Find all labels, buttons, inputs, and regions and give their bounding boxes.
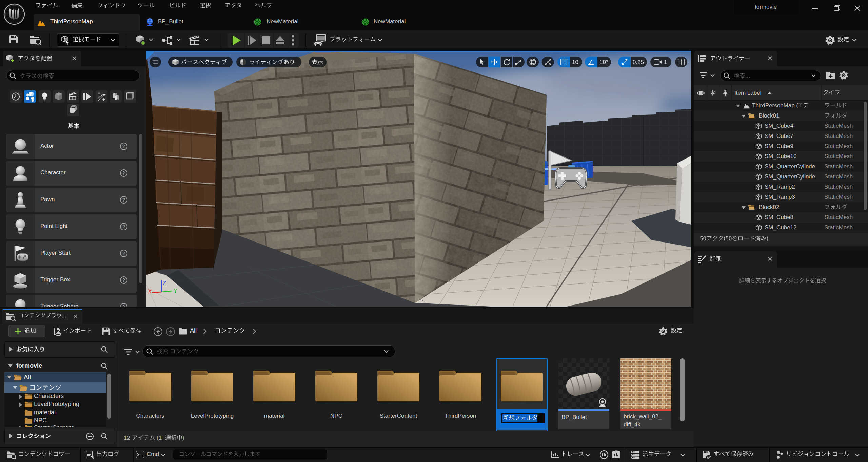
svg-text:Y: Y: [174, 288, 177, 294]
svg-text:Z: Z: [163, 280, 166, 287]
svg-text:?: ?: [122, 251, 125, 256]
svg-text:?: ?: [122, 144, 125, 149]
svg-text:?: ?: [122, 277, 125, 283]
svg-text:?: ?: [122, 197, 125, 203]
svg-text:?: ?: [122, 170, 125, 176]
svg-text:?: ?: [122, 224, 125, 229]
svg-text:X: X: [148, 288, 152, 295]
